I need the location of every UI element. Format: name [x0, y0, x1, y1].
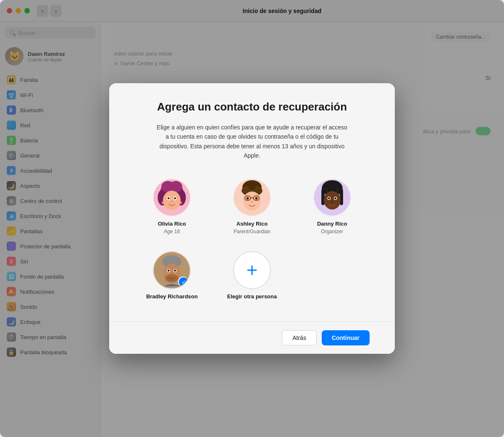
svg-point-24: [251, 201, 253, 203]
svg-point-18: [243, 192, 261, 211]
contact-avatar-bradley: ✓: [153, 251, 191, 289]
contact-item-add[interactable]: Elegir otra persona: [215, 248, 290, 305]
svg-point-22: [247, 197, 249, 200]
svg-point-10: [174, 197, 176, 200]
svg-point-36: [331, 200, 333, 203]
svg-point-40: [165, 274, 178, 282]
selected-badge: ✓: [178, 276, 188, 287]
contact-name-danny: Danny Rico: [317, 221, 347, 228]
contact-item-bradley[interactable]: ✓ Bradley Richardson: [134, 248, 210, 305]
main-window: ‹ › Inicio de sesión y seguridad 🔍 Busca…: [0, 0, 504, 437]
contact-avatar-olivia: [153, 179, 191, 216]
contact-name-add: Elegir otra persona: [227, 293, 277, 300]
contact-name-bradley: Bradley Richardson: [146, 293, 198, 300]
contact-role-ashley: Parent/Guardian: [234, 229, 270, 234]
modal-overlay: Agrega un contacto de recuperación Elige…: [0, 0, 504, 437]
modal-body: Agrega un contacto de recuperación Elige…: [109, 83, 395, 321]
continue-button[interactable]: Continuar: [322, 330, 370, 345]
modal-title: Agrega un contacto de recuperación: [134, 100, 370, 114]
contact-avatar-danny: [313, 179, 351, 216]
back-button[interactable]: Atrás: [282, 330, 317, 345]
svg-point-5: [170, 181, 183, 192]
contact-name-olivia: Olivia Rico: [158, 221, 186, 228]
svg-point-35: [334, 197, 336, 200]
contact-item-olivia[interactable]: Olivia Rico Age 16: [134, 175, 210, 238]
svg-point-43: [168, 270, 170, 272]
svg-point-9: [168, 197, 170, 200]
svg-point-31: [324, 191, 341, 210]
svg-point-12: [162, 202, 164, 204]
svg-point-45: [171, 273, 173, 276]
svg-point-13: [179, 202, 182, 204]
svg-point-34: [328, 197, 330, 200]
recovery-contact-modal: Agrega un contacto de recuperación Elige…: [109, 83, 395, 354]
contact-name-ashley: Ashley Rico: [236, 221, 268, 228]
svg-point-17: [248, 182, 256, 190]
contact-item-ashley[interactable]: Ashley Rico Parent/Guardian: [215, 175, 290, 238]
modal-footer: Atrás Continuar: [109, 321, 395, 354]
contact-avatar-ashley: [233, 179, 271, 216]
contact-item-danny[interactable]: Danny Rico Organizer: [294, 175, 370, 238]
contact-role-olivia: Age 16: [164, 229, 180, 234]
contact-avatar-add: [233, 251, 271, 289]
svg-point-44: [174, 270, 176, 272]
svg-point-11: [171, 201, 173, 203]
contacts-grid: Olivia Rico Age 16: [134, 175, 370, 305]
svg-point-6: [163, 191, 181, 210]
svg-point-23: [255, 197, 258, 200]
contact-role-danny: Organizer: [321, 229, 343, 234]
modal-description: Elige a alguien en quien confíes para qu…: [155, 123, 349, 161]
